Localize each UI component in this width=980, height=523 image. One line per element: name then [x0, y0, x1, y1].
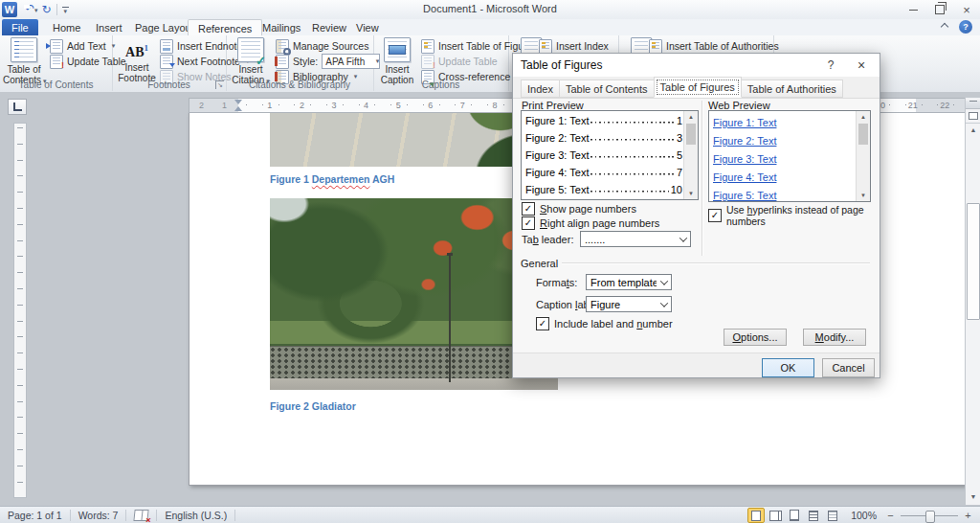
hanging-indent-marker[interactable]	[234, 102, 242, 111]
minimize-ribbon-icon[interactable]	[940, 23, 949, 29]
dialog-tab-table-of-contents[interactable]: Table of Contents	[559, 80, 655, 98]
scroll-up-arrow-icon[interactable]: ▲	[684, 111, 698, 123]
web-preview-entry[interactable]: Figure 3: Text	[713, 149, 855, 168]
misspelled-word[interactable]: Departemen	[312, 173, 370, 185]
dialog-close-button[interactable]: ×	[845, 55, 878, 76]
group-label: Captions	[373, 80, 508, 90]
full-screen-reading-view-button[interactable]	[767, 508, 784, 523]
insert-footnote-button[interactable]: AB1 Insert Footnote	[116, 36, 158, 83]
insert-table-of-authorities-button[interactable]: Insert Table of Authorities	[649, 39, 779, 53]
table-of-figures-dialog: Table of Figures ? × Index Table of Cont…	[512, 53, 880, 378]
print-preview-entry[interactable]: Figure 5: Text 10	[525, 182, 682, 199]
add-text-button[interactable]: Add Text▾	[50, 39, 115, 53]
cancel-button[interactable]: Cancel	[822, 358, 875, 377]
figure-hyperlink[interactable]: Figure 3: Text	[713, 153, 776, 165]
zoom-level[interactable]: 100%	[851, 510, 877, 521]
caption-label-combobox[interactable]: Figure	[586, 296, 672, 312]
insert-table-of-authorities-icon	[649, 39, 662, 54]
zoom-slider-thumb[interactable]	[925, 511, 935, 523]
minimize-button[interactable]	[900, 0, 926, 19]
group-table-of-contents: Table of Contents▾ Add Text▾ Update Tabl…	[0, 35, 113, 91]
scrollbar-thumb[interactable]	[858, 124, 868, 145]
language-indicator[interactable]: English (U.S.)	[157, 510, 235, 521]
figure-hyperlink[interactable]: Figure 4: Text	[713, 171, 776, 183]
scroll-down-arrow-icon[interactable]: ▼	[684, 188, 698, 199]
tab-leader-combobox[interactable]: .......	[580, 231, 691, 247]
figure2-caption[interactable]: Figure 2 Gladiator	[270, 400, 356, 412]
web-preview-scrollbar[interactable]: ▲ ▼	[856, 111, 870, 201]
status-bar-right: 100% − +	[747, 508, 980, 523]
print-layout-icon	[751, 511, 761, 521]
scrollbar-thumb[interactable]	[967, 203, 980, 320]
manage-sources-button[interactable]: Manage Sources	[276, 39, 368, 53]
help-button[interactable]: ?	[959, 20, 972, 34]
outline-view-button[interactable]	[805, 508, 822, 523]
footnotes-dialog-launcher-icon[interactable]: ↘	[215, 80, 224, 89]
restore-button[interactable]	[926, 0, 953, 19]
include-label-and-number-checkbox[interactable]: ✓ Include label and number	[536, 317, 673, 330]
ruler-number: 6	[414, 101, 447, 110]
dialog-titlebar[interactable]: Table of Figures ? ×	[513, 54, 880, 77]
use-hyperlinks-checkbox[interactable]: ✓ Use hyperlinks instead of page numbers	[708, 204, 873, 227]
dialog-tab-index[interactable]: Index	[521, 80, 560, 98]
zoom-out-button[interactable]: −	[884, 510, 897, 522]
tab-view[interactable]: View	[346, 20, 389, 35]
split-window-handle[interactable]	[966, 101, 980, 109]
dialog-tab-table-of-figures[interactable]: Table of Figures	[654, 77, 742, 98]
vertical-ruler[interactable]	[13, 123, 27, 498]
web-layout-view-button[interactable]	[786, 508, 803, 523]
style-combobox[interactable]: APA Fifth▾	[322, 54, 380, 69]
zoom-in-button[interactable]: +	[962, 510, 974, 522]
draft-view-button[interactable]	[824, 508, 841, 523]
print-preview-entry[interactable]: Figure 4: Text 7	[525, 165, 682, 182]
print-preview-entry[interactable]: Figure 3: Text 5	[525, 148, 682, 165]
print-preview-entry[interactable]: Figure 2: Text 3	[525, 130, 682, 148]
web-preview-entry[interactable]: Figure 2: Text	[713, 131, 855, 149]
print-preview-scrollbar[interactable]: ▲ ▼	[683, 111, 698, 199]
figure2-lamp-post	[449, 256, 451, 382]
figure-hyperlink[interactable]: Figure 5: Text	[713, 190, 776, 201]
vertical-scrollbar[interactable]: ▲ ▼	[965, 98, 980, 505]
ruler-number: 3	[318, 101, 350, 110]
close-button[interactable]: ×	[953, 0, 980, 19]
print-preview-listbox[interactable]: Figure 1: Text 1 Figure 2: Text 3 Figure…	[521, 110, 699, 200]
scroll-up-arrow-icon[interactable]: ▲	[966, 124, 980, 136]
dialog-tab-table-of-authorities[interactable]: Table of Authorities	[741, 80, 843, 98]
dialog-help-button[interactable]: ?	[816, 55, 845, 76]
ok-button[interactable]: OK	[762, 358, 814, 377]
web-preview-listbox[interactable]: Figure 1: TextFigure 2: TextFigure 3: Te…	[708, 110, 871, 202]
options-button[interactable]: Options...	[724, 329, 787, 346]
modify-button[interactable]: Modify...	[803, 329, 866, 346]
figure1-caption[interactable]: Figure 1 Departemen AGH	[270, 173, 394, 185]
formats-label: Formats:	[536, 277, 577, 288]
proofing-status[interactable]	[126, 510, 157, 521]
web-preview-entry[interactable]: Figure 1: Text	[713, 113, 855, 131]
tab-references[interactable]: References	[188, 19, 262, 36]
figure-hyperlink[interactable]: Figure 2: Text	[713, 135, 776, 147]
window-title: Document1 - Microsoft Word	[0, 3, 980, 14]
scrollbar-thumb[interactable]	[686, 124, 696, 145]
zoom-slider[interactable]	[901, 515, 958, 516]
web-preview-entry[interactable]: Figure 5: Text	[713, 186, 855, 202]
right-align-page-numbers-checkbox[interactable]: ✓ Right align page numbers	[522, 216, 659, 230]
scroll-up-arrow-icon[interactable]: ▲	[857, 111, 870, 123]
tab-selector-button[interactable]	[8, 99, 27, 115]
figure-hyperlink[interactable]: Figure 1: Text	[713, 117, 776, 128]
page-indicator[interactable]: Page: 1 of 1	[0, 510, 71, 521]
tab-file[interactable]: File	[2, 19, 38, 35]
tab-home[interactable]: Home	[43, 20, 90, 35]
web-preview-entry[interactable]: Figure 4: Text	[713, 168, 855, 186]
print-layout-view-button[interactable]	[747, 508, 765, 523]
view-ruler-toggle-button[interactable]	[966, 109, 980, 124]
vertical-ruler-ticks	[17, 127, 23, 493]
scroll-down-arrow-icon[interactable]: ▼	[966, 490, 980, 503]
word-count[interactable]: Words: 7	[71, 510, 127, 521]
scroll-down-arrow-icon[interactable]: ▼	[857, 190, 870, 201]
print-preview-entry[interactable]: Figure 1: Text 1	[525, 113, 682, 130]
formats-combobox[interactable]: From template	[586, 274, 672, 290]
ruler-number: 2	[286, 101, 319, 110]
insert-caption-button[interactable]: Insert Caption	[376, 36, 418, 85]
show-page-numbers-checkbox[interactable]: ✓ Show page numbers	[522, 202, 636, 216]
insert-index-button[interactable]: Insert Index	[539, 39, 609, 53]
dot-leader	[590, 148, 674, 159]
